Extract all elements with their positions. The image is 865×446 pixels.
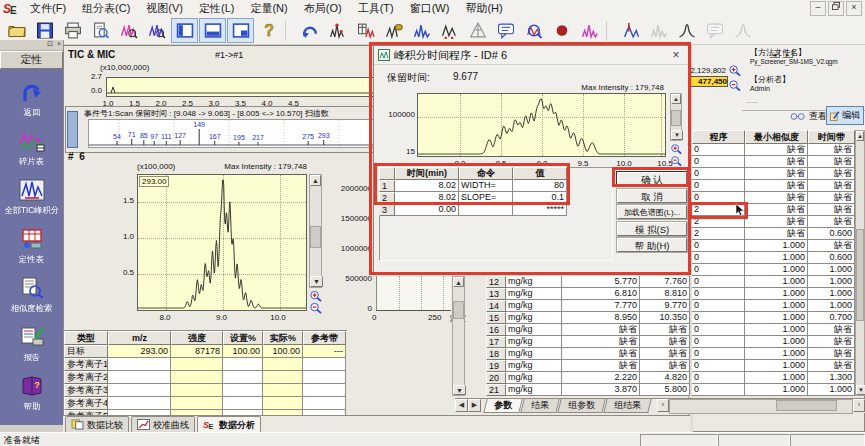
- ion-table-cell[interactable]: [263, 358, 303, 371]
- value-cell[interactable]: 7.760: [640, 276, 690, 288]
- simulate-button[interactable]: 模 拟(S): [617, 222, 687, 236]
- ion-table-cell[interactable]: [303, 397, 346, 410]
- library-search-icon[interactable]: [464, 18, 491, 43]
- value-cell[interactable]: 缺省: [562, 348, 640, 360]
- ion-table-cell[interactable]: ---: [303, 345, 346, 358]
- dialog-close-icon[interactable]: ×: [668, 48, 684, 62]
- view-button[interactable]: 查看: [790, 110, 827, 123]
- menu-item-7[interactable]: 窗口(W): [402, 0, 458, 17]
- zoom-spectrum-icon[interactable]: [520, 18, 547, 43]
- time-cell[interactable]: 8.02: [395, 192, 459, 204]
- zoom-out-icon[interactable]: [670, 155, 682, 169]
- ion-table-cell[interactable]: [171, 358, 223, 371]
- acquire-icon[interactable]: [548, 18, 575, 43]
- hscroll-right-icon[interactable]: ›: [853, 399, 865, 412]
- menu-item-0[interactable]: 文件(F): [22, 0, 74, 17]
- sidebar-item-fragment-table[interactable]: 碎片表: [0, 130, 63, 168]
- load-chromatogram-button[interactable]: 加载色谱图(L)...: [617, 205, 687, 219]
- sheet-tab-0[interactable]: 参数: [483, 399, 522, 413]
- unit-cell[interactable]: mg/kg: [506, 276, 562, 288]
- time-band-cell[interactable]: 1.000: [808, 300, 855, 312]
- program-cell[interactable]: 0: [692, 240, 745, 252]
- cancel-button[interactable]: 取 消: [617, 189, 687, 203]
- min-similarity-cell[interactable]: 缺省: [745, 192, 808, 204]
- time-band-cell[interactable]: 缺省: [808, 360, 855, 372]
- sidebar-item-similarity-search[interactable]: 相似度检索: [0, 277, 63, 315]
- scroll-down-icon[interactable]: ▼: [310, 276, 323, 287]
- command-cell[interactable]: [459, 204, 513, 216]
- value-cell[interactable]: 缺省: [562, 360, 640, 372]
- help-button[interactable]: 帮 助(H): [617, 238, 687, 252]
- time-cell[interactable]: 8.02: [395, 180, 459, 192]
- min-similarity-cell[interactable]: 缺省: [745, 156, 808, 168]
- sheet-tab-2[interactable]: 组参数: [557, 399, 605, 413]
- dialog-title-bar[interactable]: 峰积分时间程序 - ID# 6 ×: [374, 46, 688, 65]
- sidebar-item-all-tic-peak-integration[interactable]: 全部TIC峰积分: [0, 179, 63, 217]
- layout-side-icon[interactable]: [171, 18, 198, 43]
- min-similarity-cell[interactable]: 1.000: [745, 312, 808, 324]
- time-band-cell[interactable]: 缺省: [808, 192, 855, 204]
- confirm-button[interactable]: 确 认: [617, 172, 687, 186]
- sidebar-handle[interactable]: ⊡ ×: [0, 40, 63, 51]
- min-similarity-cell[interactable]: 1.000: [745, 324, 808, 336]
- ion-table-cell[interactable]: [303, 371, 346, 384]
- min-similarity-cell[interactable]: 1.000: [745, 360, 808, 372]
- ion-table-cell[interactable]: 293.00: [108, 345, 171, 358]
- ion-table-cell[interactable]: 87178: [171, 345, 223, 358]
- menu-item-1[interactable]: 组分表(C): [74, 0, 138, 17]
- min-similarity-cell[interactable]: 1.000: [745, 240, 808, 252]
- chromatogram-scrollbar[interactable]: ▲ ▼: [309, 174, 322, 288]
- program-cell[interactable]: 0: [692, 372, 745, 384]
- tab-data-compare[interactable]: 数据比较: [65, 416, 129, 433]
- ion-table-cell[interactable]: [108, 384, 171, 397]
- peak-profile-icon[interactable]: [673, 18, 700, 43]
- close-icon[interactable]: ×: [846, 1, 862, 16]
- ion-table-cell[interactable]: [108, 397, 171, 410]
- min-similarity-cell[interactable]: 1.000: [745, 384, 808, 396]
- sidebar-item-return[interactable]: 返回: [0, 81, 63, 119]
- value-cell[interactable]: 4.820: [640, 372, 690, 384]
- unit-cell[interactable]: mg/kg: [506, 372, 562, 384]
- ion-table-cell[interactable]: [263, 384, 303, 397]
- min-similarity-cell[interactable]: 1.000: [745, 264, 808, 276]
- sheet-tab-3[interactable]: 组结果: [603, 399, 651, 413]
- ion-table-cell[interactable]: [303, 358, 346, 371]
- program-cell[interactable]: 2: [692, 228, 745, 240]
- value-cell[interactable]: 缺省: [640, 348, 690, 360]
- manual-integration-icon[interactable]: [617, 18, 644, 43]
- value-cell[interactable]: 缺省: [562, 336, 640, 348]
- unit-cell[interactable]: mg/kg: [506, 288, 562, 300]
- unit-cell[interactable]: mg/kg: [506, 384, 562, 396]
- time-band-cell[interactable]: 缺省: [808, 180, 855, 192]
- menu-item-3[interactable]: 定性(L): [191, 0, 242, 17]
- program-cell[interactable]: 0: [692, 264, 745, 276]
- sidebar-item-qualitative-table[interactable]: 定性表: [0, 228, 63, 266]
- min-similarity-cell[interactable]: 缺省: [745, 216, 808, 228]
- value-cell[interactable]: 10.350: [640, 312, 690, 324]
- value-cell[interactable]: 9.770: [640, 300, 690, 312]
- min-similarity-cell[interactable]: 1.000: [745, 336, 808, 348]
- minimize-icon[interactable]: –: [810, 1, 826, 16]
- help-icon[interactable]: ?: [255, 18, 282, 43]
- qualitative-view-icon[interactable]: [115, 18, 142, 43]
- time-band-cell[interactable]: 0.600: [808, 252, 855, 264]
- program-cell[interactable]: 0: [692, 192, 745, 204]
- layout-bottom-icon[interactable]: [199, 18, 226, 43]
- program-cell[interactable]: 0: [692, 168, 745, 180]
- time-band-cell[interactable]: 1.000: [808, 276, 855, 288]
- sheet-tab-1[interactable]: 结果: [520, 399, 559, 413]
- min-similarity-cell[interactable]: 缺省: [745, 144, 808, 156]
- time-band-cell[interactable]: 缺省: [808, 204, 855, 216]
- time-band-cell[interactable]: 缺省: [808, 324, 855, 336]
- ion-table-cell[interactable]: [223, 397, 263, 410]
- time-band-cell[interactable]: 1.000: [808, 264, 855, 276]
- sidebar-item-report[interactable]: 报告: [0, 326, 63, 364]
- value-cell[interactable]: 8.950: [562, 312, 640, 324]
- value-cell[interactable]: 3.870: [562, 384, 640, 396]
- ion-table-cell[interactable]: [108, 371, 171, 384]
- min-similarity-cell[interactable]: 1.000: [745, 276, 808, 288]
- command-cell[interactable]: SLOPE=: [459, 192, 513, 204]
- value-cell[interactable]: 0.1: [513, 192, 567, 204]
- min-similarity-cell[interactable]: 1.000: [745, 372, 808, 384]
- program-cell[interactable]: 0: [692, 312, 745, 324]
